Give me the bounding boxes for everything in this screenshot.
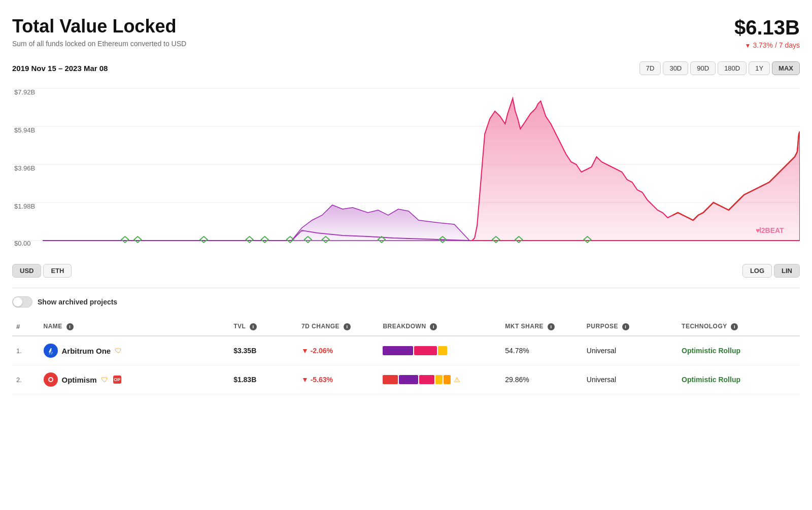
scale-btn-log[interactable]: LOG [742,264,772,278]
protocol-name: Arbitrum One [62,347,111,355]
row-technology[interactable]: Optimistic Rollup [678,365,800,394]
section-divider [12,288,800,288]
bottom-controls: USD ETH LOG LIN [12,264,800,278]
header-left: Total Value Locked Sum of all funds lock… [12,16,186,48]
breakdown-segment [435,375,443,384]
breakdown-segment [383,375,398,384]
svg-point-28 [49,378,52,381]
change-period: / [775,41,779,49]
technology-link[interactable]: Optimistic Rollup [682,347,740,355]
svg-text:l2BEAT: l2BEAT [759,226,784,234]
7d-info-icon[interactable]: i [344,323,351,330]
row-tvl: $1.83B [229,365,297,394]
svg-text:♥: ♥ [756,226,760,234]
page-subtitle: Sum of all funds locked on Ethereum conv… [12,40,186,48]
breakdown-segment [414,346,437,355]
scale-btn-lin[interactable]: LIN [774,264,800,278]
header-right: $6.13B ▼ 3.73% / 7 days [734,16,800,49]
change-percent: 3.73% [753,41,773,49]
shield-badge-icon: 🛡 [101,376,108,384]
currency-btn-usd[interactable]: USD [12,264,41,278]
op-badge-icon: OP [113,376,121,384]
time-btn-180d[interactable]: 180D [718,61,747,75]
breakdown-segment [444,375,451,384]
time-btn-max[interactable]: MAX [772,61,800,75]
row-num: 1. [12,336,40,365]
date-range: 2019 Nov 15 – 2023 Mar 08 [12,64,108,73]
svg-text:$0.00: $0.00 [14,240,31,247]
down-arrow-icon: ▼ [745,42,751,49]
change-indicator: ▼ 3.73% / 7 days [734,41,800,49]
table-wrapper: # NAME i TVL i 7D CHANGE i BREAKDOWN i M… [12,318,800,394]
time-btn-30d[interactable]: 30D [663,61,688,75]
tvl-info-icon[interactable]: i [250,323,257,330]
name-info-icon[interactable]: i [66,323,74,330]
time-period-buttons: 7D 30D 90D 180D 1Y MAX [639,61,800,75]
currency-buttons: USD ETH [12,264,72,278]
technology-link[interactable]: Optimistic Rollup [682,376,740,384]
col-header-7d: 7D CHANGE i [297,318,379,336]
row-tvl: $3.35B [229,336,297,365]
protocol-name: Optimism [62,376,97,384]
row-name-cell: Optimism🛡OP [40,365,230,394]
row-7d-change: ▼ -5.63% [297,365,379,394]
table-row[interactable]: 1. Arbitrum One🛡$3.35B▼ -2.06%54.78%Univ… [12,336,800,365]
row-num: 2. [12,365,40,394]
chart-svg: $7.92B $5.94B $3.96B $1.98B $0.00 [12,83,800,256]
row-technology[interactable]: Optimistic Rollup [678,336,800,365]
table-header-row: # NAME i TVL i 7D CHANGE i BREAKDOWN i M… [12,318,800,336]
currency-btn-eth[interactable]: ETH [43,264,72,278]
row-breakdown [379,336,501,365]
row-mkt-share: 54.78% [501,336,583,365]
row-purpose: Universal [583,365,678,394]
col-header-tvl: TVL i [229,318,297,336]
chart-controls: 2019 Nov 15 – 2023 Mar 08 7D 30D 90D 180… [12,61,800,75]
time-btn-1y[interactable]: 1Y [749,61,770,75]
breakdown-segment [438,346,447,355]
mkt-info-icon[interactable]: i [548,323,555,330]
row-name-cell: Arbitrum One🛡 [40,336,230,365]
time-btn-90d[interactable]: 90D [690,61,716,75]
breakdown-segment [399,375,418,384]
svg-marker-10 [121,236,128,243]
shield-badge-icon: 🛡 [115,347,122,355]
svg-marker-11 [134,236,141,243]
svg-marker-13 [246,236,253,243]
col-header-mkt: MKT SHARE i [501,318,583,336]
archived-label: Show archived projects [38,298,117,306]
protocol-icon [44,372,58,387]
svg-marker-14 [261,236,268,243]
warning-icon: ⚠ [454,376,460,384]
col-header-name: NAME i [40,318,230,336]
page-header: Total Value Locked Sum of all funds lock… [12,16,800,49]
svg-text:$3.96B: $3.96B [14,164,35,172]
breakdown-segment [383,346,413,355]
col-header-tech: TECHNOLOGY i [678,318,800,336]
change-value: ▼ -5.63% [301,376,333,384]
chart-area: $7.92B $5.94B $3.96B $1.98B $0.00 [12,83,800,256]
archived-toggle[interactable] [12,296,32,308]
archived-row: Show archived projects [12,296,800,308]
row-mkt-share: 29.86% [501,365,583,394]
scale-buttons: LOG LIN [742,264,800,278]
time-btn-7d[interactable]: 7D [639,61,661,75]
col-header-purpose: PURPOSE i [583,318,678,336]
col-header-num: # [12,318,40,336]
svg-text:$5.94B: $5.94B [14,126,35,134]
page-title: Total Value Locked [12,16,186,37]
purpose-info-icon[interactable]: i [622,323,629,330]
row-purpose: Universal [583,336,678,365]
svg-marker-12 [200,236,207,243]
change-value: ▼ -2.06% [301,347,333,355]
svg-text:$1.98B: $1.98B [14,202,35,210]
protocol-table: # NAME i TVL i 7D CHANGE i BREAKDOWN i M… [12,318,800,394]
table-row[interactable]: 2. Optimism🛡OP$1.83B▼ -5.63%⚠29.86%Unive… [12,365,800,394]
tech-info-icon[interactable]: i [731,323,738,330]
protocol-icon [44,344,58,358]
row-7d-change: ▼ -2.06% [297,336,379,365]
total-value: $6.13B [734,16,800,39]
breakdown-segment [419,375,434,384]
col-header-breakdown: BREAKDOWN i [379,318,501,336]
breakdown-info-icon[interactable]: i [430,323,437,330]
svg-text:$7.92B: $7.92B [14,88,35,96]
